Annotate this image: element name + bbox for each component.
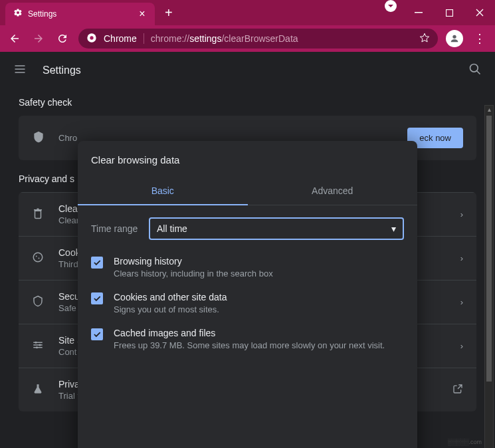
maximize-button[interactable] [434, 0, 464, 25]
chevron-right-icon: › [460, 209, 463, 219]
shield-icon [32, 295, 45, 309]
search-icon[interactable] [468, 62, 482, 78]
svg-point-10 [39, 344, 41, 346]
tab-title: Settings [28, 9, 131, 19]
external-icon [452, 384, 463, 396]
chevron-right-icon: › [460, 253, 463, 263]
tab-advanced[interactable]: Advanced [248, 177, 418, 205]
checkbox-browsing-history[interactable] [91, 257, 103, 269]
settings-page: Settings Safety check Chro eck now Priva… [0, 52, 495, 448]
menu-button[interactable]: ⋮ [471, 31, 488, 46]
chevron-down-icon: ▾ [391, 223, 396, 234]
chrome-label: Chrome [104, 33, 144, 44]
cookie-icon [32, 251, 45, 265]
tab-basic[interactable]: Basic [78, 177, 248, 205]
scrollbar[interactable]: ▴ [484, 105, 494, 448]
url-box[interactable]: Chrome chrome://settings/clearBrowserDat… [78, 29, 438, 49]
url-text: chrome://settings/clearBrowserData [151, 33, 298, 44]
svg-point-11 [36, 346, 38, 348]
watermark: ░░░░░.com [448, 439, 482, 445]
safety-heading: Safety check [19, 97, 476, 108]
close-tab-icon[interactable]: × [136, 8, 148, 20]
svg-point-9 [35, 342, 37, 344]
new-tab-button[interactable]: + [165, 5, 173, 21]
option-cookies: Cookies and other site dataSigns you out… [78, 285, 417, 321]
reload-button[interactable] [54, 31, 70, 47]
svg-rect-0 [415, 12, 423, 13]
browser-tab[interactable]: Settings × [5, 3, 155, 25]
downloads-icon[interactable] [385, 0, 397, 12]
chevron-right-icon: › [460, 341, 463, 351]
dialog-title: Clear browsing data [78, 154, 417, 166]
flask-icon [32, 383, 45, 397]
page-title: Settings [43, 64, 81, 76]
time-range-select[interactable]: All time ▾ [149, 217, 404, 240]
address-bar: Chrome chrome://settings/clearBrowserDat… [0, 25, 495, 52]
back-button[interactable] [7, 31, 23, 47]
minimize-button[interactable] [403, 0, 434, 25]
svg-point-8 [39, 258, 40, 259]
svg-point-4 [452, 35, 456, 39]
profile-button[interactable] [446, 30, 463, 47]
clear-browsing-data-dialog: Clear browsing data Basic Advanced Time … [78, 141, 417, 448]
checkbox-cookies[interactable] [91, 292, 103, 304]
forward-button[interactable] [31, 31, 47, 47]
chevron-right-icon: › [460, 297, 463, 307]
safety-text: Chro [58, 133, 77, 143]
time-range-label: Time range [91, 223, 141, 234]
close-window-button[interactable] [464, 0, 495, 25]
trash-icon [32, 207, 45, 221]
checkbox-cache[interactable] [91, 328, 103, 340]
scroll-up-icon[interactable]: ▴ [485, 106, 493, 113]
svg-point-5 [470, 64, 478, 72]
shield-icon [32, 130, 45, 146]
svg-point-3 [90, 36, 93, 39]
scroll-thumb[interactable] [486, 116, 492, 382]
bookmark-icon[interactable] [419, 33, 430, 45]
gear-icon [13, 8, 23, 20]
hamburger-icon[interactable] [13, 62, 27, 78]
window-titlebar: Settings × + [0, 0, 495, 25]
option-browsing-history: Browsing historyClears history, includin… [78, 249, 417, 285]
tune-icon [32, 339, 45, 353]
option-cache: Cached images and filesFrees up 39.7 MB.… [78, 321, 417, 357]
svg-point-7 [36, 256, 37, 257]
chrome-logo-icon [86, 33, 97, 45]
svg-rect-1 [446, 9, 452, 16]
svg-point-6 [33, 253, 43, 262]
